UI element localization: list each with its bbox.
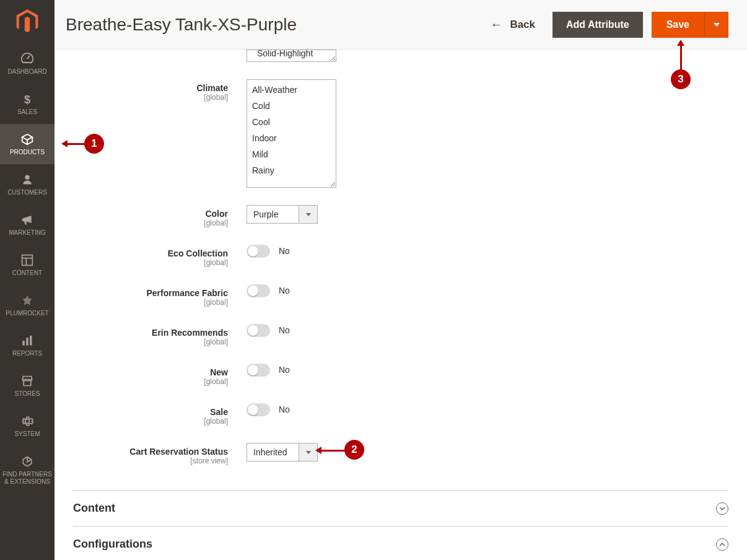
eco-toggle[interactable] [247,245,270,258]
nav-dashboard[interactable]: DASHBOARD [0,43,55,84]
erin-label-wrap: Erin Recommends [global] [73,324,247,346]
gear-icon [20,414,35,429]
megaphone-icon [20,212,35,227]
main: Breathe-Easy Tank-XS-Purple ← Back Add A… [55,0,747,560]
save-button-group: Save [652,12,728,38]
magento-logo[interactable] [0,0,55,43]
sidebar: DASHBOARD $ SALES PRODUCTS CUSTOMERS MAR… [0,0,55,560]
nav-plumrocket[interactable]: PLUMROCKET [0,285,55,325]
chart-icon [20,333,35,348]
collapse-icon [716,538,728,551]
svg-rect-6 [26,338,28,346]
nav-reports[interactable]: REPORTS [0,325,55,365]
svg-rect-2 [22,255,33,266]
svg-text:$: $ [24,93,30,105]
form-content: Solid-Highlight Climate [global] All-Wea… [55,50,747,560]
triangle-down-icon [714,23,720,27]
climate-option[interactable]: All-Weather [247,82,336,98]
nav-marketing[interactable]: MARKETING [0,204,55,245]
sale-toggle[interactable] [247,403,270,416]
climate-option[interactable]: Rainy [247,162,336,178]
dollar-icon: $ [20,92,35,107]
chevron-down-icon [299,206,317,223]
save-dropdown-button[interactable] [704,12,728,38]
page-header: Breathe-Easy Tank-XS-Purple ← Back Add A… [55,0,747,50]
back-button[interactable]: ← Back [479,11,546,38]
expand-icon [716,502,728,515]
plumrocket-icon [20,293,35,308]
cart-reservation-select[interactable]: Inherited [247,443,318,462]
section-configurations[interactable]: Configurations [73,527,728,560]
new-label-wrap: New [global] [73,364,247,386]
annotation-badge-2: 2 [344,440,364,460]
layout-icon [20,253,35,268]
annotation-arrow-3 [680,45,682,69]
annotation-badge-3: 3 [671,69,691,89]
new-toggle[interactable] [247,364,270,377]
perf-toggle[interactable] [247,284,270,297]
annotation-badge-1: 1 [84,134,104,154]
erin-toggle[interactable] [247,324,270,337]
store-icon [20,374,35,388]
save-button[interactable]: Save [652,12,704,38]
nav-products[interactable]: PRODUCTS [0,124,55,164]
perf-label-wrap: Performance Fabric [global] [73,284,247,307]
sale-label-wrap: Sale [global] [73,403,247,426]
partners-icon [20,454,35,469]
nav-stores[interactable]: STORES [0,365,55,406]
annotation-arrow-2 [320,450,345,452]
svg-point-1 [25,175,30,180]
nav-sales[interactable]: $ SALES [0,84,55,124]
svg-rect-5 [23,341,25,346]
add-attribute-button[interactable]: Add Attribute [553,12,643,38]
climate-option[interactable]: Indoor [247,130,336,146]
cart-label-wrap: Cart Reservation Status [store view] [73,443,247,465]
color-select[interactable]: Purple [247,205,318,224]
color-label-wrap: Color [global] [73,205,247,227]
annotation-arrow-1 [66,143,85,145]
svg-rect-7 [30,336,32,346]
nav-system[interactable]: SYSTEM [0,406,55,446]
styles-multiselect[interactable]: Solid-Highlight [247,50,336,62]
climate-multiselect[interactable]: All-Weather Cold Cool Indoor Mild Rainy [247,79,336,188]
section-content[interactable]: Content [73,491,728,527]
nav-partners[interactable]: FIND PARTNERS & EXTENSIONS [0,446,55,494]
nav-content[interactable]: CONTENT [0,245,55,285]
climate-option[interactable]: Cold [247,98,336,114]
box-icon [20,132,35,147]
nav-customers[interactable]: CUSTOMERS [0,164,55,204]
gauge-icon [20,51,35,66]
climate-option[interactable]: Mild [247,146,336,162]
chevron-down-icon [299,444,317,461]
page-title: Breathe-Easy Tank-XS-Purple [66,15,479,35]
eco-label-wrap: Eco Collection [global] [73,245,247,267]
person-icon [20,172,35,187]
climate-label-wrap: Climate [global] [73,79,247,102]
climate-option[interactable]: Cool [247,114,336,130]
arrow-left-icon: ← [490,17,502,32]
